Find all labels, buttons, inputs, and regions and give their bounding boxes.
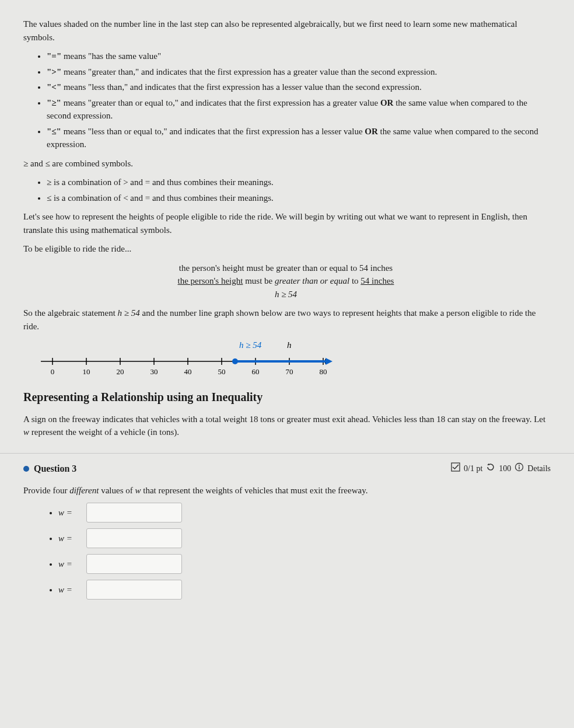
number-line-svg: 0 10 20 30 40 50 60 70 80: [35, 351, 338, 377]
svg-text:0: 0: [51, 367, 55, 376]
w-value-input-2[interactable]: [86, 528, 182, 548]
w-equals-label: w =: [58, 506, 82, 520]
translation-line-2: the person's height must be greater than…: [23, 274, 548, 288]
svg-text:80: 80: [320, 367, 327, 376]
combined-symbols-intro: ≥ and ≤ are combined symbols.: [23, 157, 548, 170]
info-icon: [514, 462, 524, 475]
svg-text:20: 20: [117, 367, 124, 376]
translation-line-1: the person's height must be greater than…: [23, 262, 548, 275]
w-value-input-4[interactable]: [86, 580, 182, 600]
list-item: w =: [58, 580, 551, 600]
checkbox-icon: [451, 462, 460, 475]
w-equals-label: w =: [58, 558, 82, 571]
list-item: w =: [58, 528, 551, 548]
svg-text:70: 70: [286, 367, 293, 376]
translation-block: the person's height must be greater than…: [23, 262, 548, 301]
w-value-input-3[interactable]: [86, 554, 182, 574]
translation-line-3: h ≥ 54: [23, 288, 548, 301]
w-equals-label: w =: [58, 583, 82, 597]
svg-text:60: 60: [252, 367, 260, 376]
list-item: ≤ is a combination of < and = and thus c…: [47, 191, 548, 205]
svg-point-22: [232, 358, 238, 364]
eligible-intro: To be eligible to ride the ride...: [23, 242, 548, 256]
svg-point-26: [519, 465, 520, 466]
svg-rect-27: [519, 466, 520, 469]
list-item: w =: [58, 554, 551, 574]
list-item: "<" means "less than," and indicates tha…: [47, 81, 548, 94]
section-divider: [0, 453, 574, 454]
svg-marker-24: [488, 463, 490, 465]
so-the-paragraph: So the algebraic statement h ≥ 54 and th…: [23, 306, 548, 333]
question-title: Question 3: [34, 462, 76, 476]
list-item: ≥ is a combination of > and = and thus c…: [47, 176, 548, 189]
details-link[interactable]: Details: [527, 462, 551, 475]
svg-marker-21: [326, 358, 332, 365]
list-item: "≥" means "greater than or equal to," an…: [47, 96, 548, 123]
svg-text:10: 10: [83, 367, 90, 376]
list-item: ">" means "greater than," and indicates …: [47, 65, 548, 79]
retries-text: 100: [499, 462, 511, 475]
retry-icon: [486, 462, 495, 475]
section-heading: Representing a Relationship using an Ine…: [23, 388, 548, 406]
symbol-definitions-list: "=" means "has the same value" ">" means…: [35, 50, 548, 151]
combined-symbols-list: ≥ is a combination of > and = and thus c…: [35, 176, 548, 204]
list-item: "=" means "has the same value": [47, 50, 548, 63]
question-header-row: Question 3 0/1 pt 100 Details: [23, 462, 551, 476]
svg-text:50: 50: [218, 367, 226, 376]
list-item: "≤" means "less than or equal to," and i…: [47, 125, 548, 151]
score-text: 0/1 pt: [464, 462, 482, 475]
svg-text:40: 40: [184, 367, 192, 376]
problem-statement: A sign on the freeway indicates that veh…: [23, 413, 548, 439]
question-status-dot-icon: [23, 466, 29, 472]
list-item: w =: [58, 503, 551, 523]
answer-input-list: w = w = w = w =: [47, 503, 551, 600]
lets-see-paragraph: Let's see how to represent the heights o…: [23, 210, 548, 236]
intro-paragraph: The values shaded on the number line in …: [23, 18, 548, 44]
w-value-input-1[interactable]: [86, 503, 182, 523]
number-line-inequality-label: h ≥ 54 h: [239, 339, 548, 352]
svg-text:30: 30: [150, 367, 158, 376]
question-prompt: Provide four different values of w that …: [23, 484, 551, 497]
w-equals-label: w =: [58, 532, 82, 545]
number-line-graph: h ≥ 54 h 0 10 20 30 40 50 60 70 80: [35, 339, 548, 377]
